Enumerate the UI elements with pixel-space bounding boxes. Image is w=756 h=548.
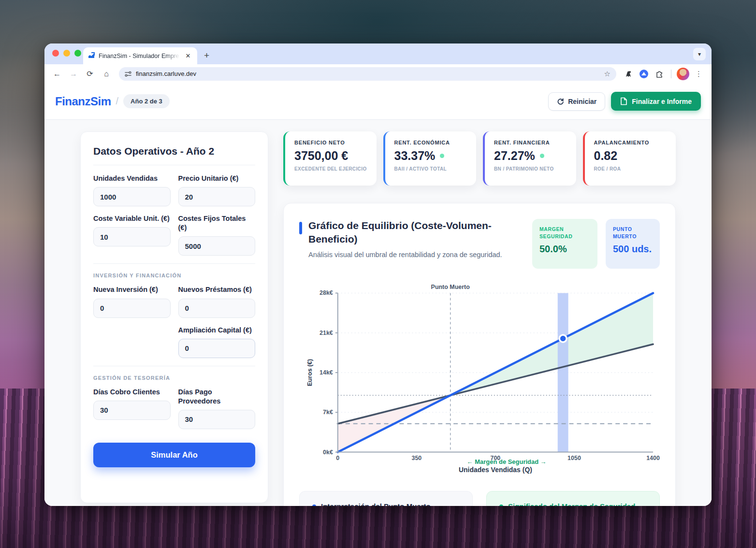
- browser-toolbar: ← → ⟳ ⌂ finanzsim.carluve.dev ☆: [44, 64, 712, 83]
- tab-search-chevron-icon[interactable]: ▾: [693, 48, 706, 60]
- page: FinanzSim / Año 2 de 3 Reiniciar Finaliz…: [44, 83, 712, 506]
- operational-data-panel: Datos Operativos - Año 2 Unidades Vendid…: [80, 131, 268, 503]
- chart-subtitle: Análisis visual del umbral de rentabilid…: [308, 251, 516, 259]
- breadcrumb-separator: /: [116, 96, 119, 107]
- kpi-rent-economica: RENT. ECONÓMICA 33.37% BAII / ACTIVO TOT…: [383, 131, 477, 186]
- kpi-apalancamiento: APALANCAMIENTO 0.82 ROE / ROA: [583, 131, 676, 186]
- home-icon[interactable]: ⌂: [100, 67, 113, 81]
- field-label: Días Pago Proveedores: [178, 388, 256, 406]
- margin-safety-chip: MARGEN SEGURIDAD 50.0%: [532, 219, 597, 269]
- svg-text:Euros (€): Euros (€): [306, 359, 313, 386]
- nuevos-prestamos-input[interactable]: 0: [178, 299, 256, 318]
- svg-text:21k€: 21k€: [320, 330, 333, 336]
- year-badge: Año 2 de 3: [123, 94, 170, 108]
- field-label: Coste Variable Unit. (€): [93, 214, 171, 223]
- kpi-row: BENEFICIO NETO 3750,00 € EXCEDENTE DEL E…: [283, 131, 676, 186]
- form-title: Datos Operativos - Año 2: [93, 145, 255, 157]
- svg-text:350: 350: [411, 455, 422, 461]
- green-dot-icon: [499, 505, 503, 506]
- refresh-icon: [557, 98, 564, 105]
- svg-text:0k€: 0k€: [323, 449, 333, 456]
- svg-text:0: 0: [336, 455, 339, 461]
- field-label: Ampliación Capital (€): [178, 326, 256, 335]
- finish-report-button[interactable]: Finalizar e Informe: [611, 92, 701, 111]
- svg-text:1400: 1400: [646, 455, 660, 461]
- forward-icon[interactable]: →: [67, 67, 80, 81]
- back-icon[interactable]: ←: [50, 67, 64, 81]
- breakeven-chart-card: Gráfico de Equilibrio (Coste-Volumen-Ben…: [283, 203, 676, 506]
- new-tab-button[interactable]: +: [204, 50, 209, 61]
- svg-text:14k€: 14k€: [320, 369, 333, 376]
- breakeven-chart[interactable]: Punto Muerto0k€7k€14k€21k€28k€0350700105…: [299, 281, 660, 475]
- note-margen-seguridad: Significado del Margen de Seguridad: [486, 491, 660, 506]
- minimize-window-button[interactable]: [63, 50, 70, 57]
- kpi-beneficio-neto: BENEFICIO NETO 3750,00 € EXCEDENTE DEL E…: [283, 131, 377, 186]
- address-bar[interactable]: finanzsim.carluve.dev ☆: [119, 67, 616, 81]
- breakeven-chart-svg: Punto Muerto0k€7k€14k€21k€28k€0350700105…: [299, 281, 660, 475]
- profile-avatar[interactable]: [677, 68, 689, 80]
- title-accent-bar: [299, 222, 302, 234]
- chart-title: Gráfico de Equilibrio (Coste-Volumen-Ben…: [308, 219, 516, 246]
- browser-window: FinanzSim - Simulador Empre ✕ + ▾ ← → ⟳ …: [44, 43, 712, 506]
- field-label: Precio Unitario (€): [178, 174, 256, 183]
- section-header-inversion: INVERSIÓN Y FINANCIACIÓN: [93, 273, 255, 278]
- svg-text:Unidades Vendidas (Q): Unidades Vendidas (Q): [459, 466, 532, 474]
- svg-text:7k€: 7k€: [323, 409, 333, 416]
- svg-text:1050: 1050: [567, 455, 581, 461]
- section-header-tesoreria: GESTIÓN DE TESORERÍA: [93, 375, 255, 381]
- status-dot: [440, 154, 444, 158]
- field-label: Nueva Inversión (€): [93, 285, 171, 294]
- field-label: Costes Fijos Totales (€): [178, 214, 256, 232]
- close-window-button[interactable]: [52, 50, 59, 57]
- svg-text:Punto Muerto: Punto Muerto: [431, 284, 470, 290]
- site-settings-icon[interactable]: [125, 71, 131, 77]
- tab-strip: FinanzSim - Simulador Empre ✕ + ▾: [44, 43, 712, 64]
- svg-text:28k€: 28k€: [320, 289, 333, 296]
- field-label: Unidades Vendidas: [93, 174, 171, 183]
- field-label: Días Cobro Clientes: [93, 388, 171, 397]
- kpi-rent-financiera: RENT. FINANCIERA 27.27% BN / PATRIMONIO …: [483, 131, 576, 186]
- maximize-window-button[interactable]: [74, 50, 81, 57]
- dias-cobro-input[interactable]: 30: [93, 401, 171, 420]
- url-text[interactable]: finanzsim.carluve.dev: [136, 70, 600, 77]
- coste-variable-input[interactable]: 10: [93, 227, 171, 246]
- document-icon: [620, 97, 627, 105]
- toolbar-divider: [671, 70, 671, 78]
- reset-button[interactable]: Reiniciar: [548, 92, 605, 111]
- reload-icon[interactable]: ⟳: [83, 67, 97, 81]
- favicon: [88, 52, 95, 60]
- dias-pago-input[interactable]: 30: [178, 410, 256, 429]
- nueva-inversion-input[interactable]: 0: [93, 299, 171, 318]
- app-header: FinanzSim / Año 2 de 3 Reiniciar Finaliz…: [44, 83, 712, 120]
- status-dot: [540, 154, 544, 158]
- svg-text:← Margen de Seguridad →: ← Margen de Seguridad →: [467, 458, 547, 465]
- app-logo[interactable]: FinanzSim: [55, 95, 111, 108]
- tab-title: FinanzSim - Simulador Empre: [99, 53, 180, 59]
- note-punto-muerto: Interpretación del Punto Muerto: [299, 491, 473, 506]
- unidades-vendidas-input[interactable]: 1000: [93, 187, 171, 206]
- browser-tab[interactable]: FinanzSim - Simulador Empre ✕: [83, 47, 197, 64]
- window-controls: [52, 50, 81, 57]
- extensions-puzzle-icon[interactable]: [653, 68, 666, 80]
- extension-icon-2[interactable]: [638, 68, 650, 80]
- bookmark-star-icon[interactable]: ☆: [604, 70, 611, 78]
- tab-close-icon[interactable]: ✕: [184, 52, 192, 60]
- blue-dot-icon: [312, 505, 316, 506]
- browser-menu-icon[interactable]: ⋮: [692, 67, 706, 81]
- precio-unitario-input[interactable]: 20: [178, 187, 256, 206]
- simulate-year-button[interactable]: Simular Año: [93, 443, 255, 467]
- extension-icon-1[interactable]: [622, 68, 635, 80]
- costes-fijos-input[interactable]: 5000: [178, 236, 256, 256]
- field-label: Nuevos Préstamos (€): [178, 285, 256, 294]
- ampliacion-capital-input[interactable]: 0: [178, 339, 256, 358]
- breakeven-chip: PUNTO MUERTO 500 uds.: [606, 219, 660, 269]
